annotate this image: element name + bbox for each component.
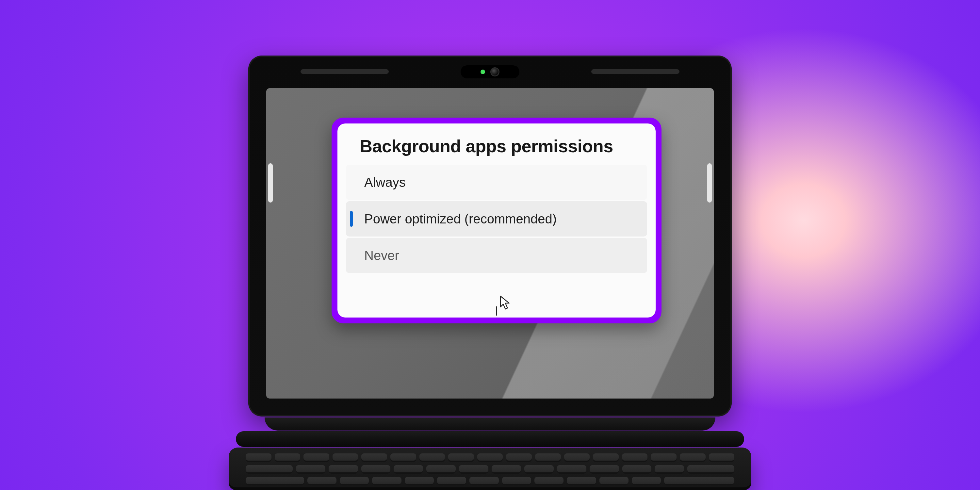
keyboard-icon bbox=[246, 453, 734, 485]
laptop-screen: Background apps permissions Always Power… bbox=[266, 88, 714, 399]
cropped-content-hint-icon bbox=[496, 306, 497, 315]
screen-tab-right-icon bbox=[707, 163, 712, 202]
speaker-grille-right-icon bbox=[591, 69, 679, 74]
laptop-illustration: Background apps permissions Always Power… bbox=[229, 56, 751, 490]
hero-background: Background apps permissions Always Power… bbox=[0, 0, 980, 490]
option-always[interactable]: Always bbox=[346, 165, 647, 200]
camera-led-icon bbox=[480, 70, 485, 74]
webcam-notch bbox=[461, 65, 519, 78]
option-label: Power optimized (recommended) bbox=[364, 212, 557, 226]
background-apps-permissions-dialog: Background apps permissions Always Power… bbox=[332, 118, 662, 323]
permission-options-list: Always Power optimized (recommended) Nev… bbox=[343, 165, 650, 273]
speaker-grille-left-icon bbox=[301, 69, 389, 74]
laptop-hinge bbox=[265, 417, 715, 431]
dialog-panel: Background apps permissions Always Power… bbox=[337, 124, 655, 318]
screen-tab-left-icon bbox=[268, 163, 273, 202]
option-power-optimized[interactable]: Power optimized (recommended) bbox=[346, 201, 647, 237]
mouse-cursor-icon bbox=[500, 296, 511, 311]
option-never[interactable]: Never bbox=[346, 238, 647, 273]
laptop-hinge-bar bbox=[236, 431, 744, 447]
dialog-title: Background apps permissions bbox=[343, 136, 650, 165]
camera-lens-icon bbox=[490, 67, 500, 76]
laptop-keyboard-deck bbox=[229, 447, 751, 490]
laptop-lid: Background apps permissions Always Power… bbox=[248, 56, 732, 417]
option-label: Always bbox=[364, 175, 406, 190]
option-label: Never bbox=[364, 248, 399, 263]
